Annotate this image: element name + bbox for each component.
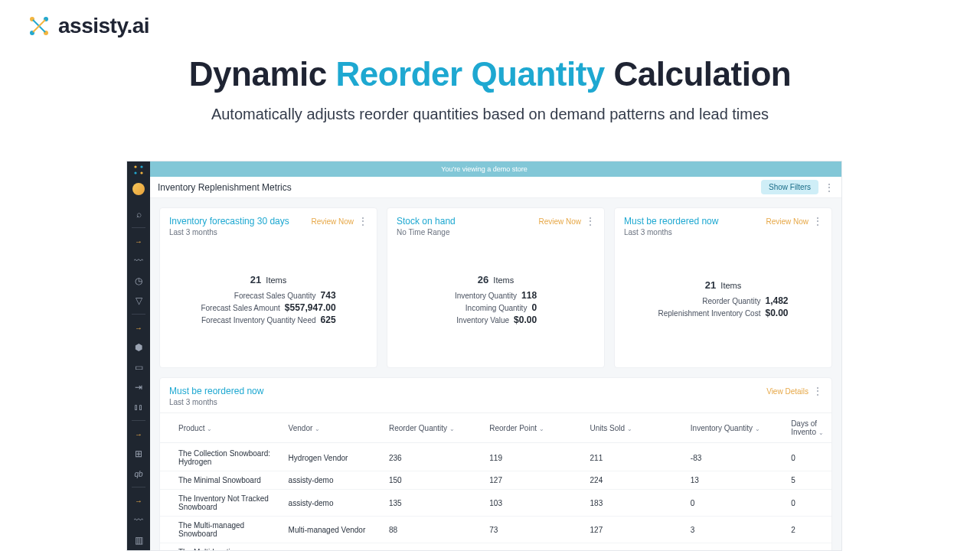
page-title: Inventory Replenishment Metrics (158, 182, 292, 193)
demo-banner: You're viewing a demo store (127, 161, 841, 177)
nav-arrow-icon[interactable]: → (127, 424, 150, 444)
app-screenshot: You're viewing a demo store ⌕ → 〰 ◷ ▽ → … (126, 161, 842, 551)
metric-value: $0.00 (514, 315, 537, 326)
clock-icon[interactable]: ◷ (127, 271, 150, 291)
more-icon[interactable]: ⋮ (813, 216, 822, 227)
metric-value: 743 (321, 291, 336, 302)
trend-icon[interactable]: 〰 (127, 510, 150, 530)
table-cell: 119 (482, 443, 582, 471)
brand-glyph-icon (28, 15, 51, 37)
metric-row: Inventory Quantity118 (455, 291, 537, 302)
grid-icon[interactable]: ⊞ (127, 444, 150, 464)
brand-logo: assisty.ai (28, 14, 149, 38)
table-cell: -83 (683, 443, 783, 471)
table-row[interactable]: The Inventory Not Tracked Snowboardassis… (160, 490, 831, 517)
qb-icon[interactable]: qb (127, 464, 150, 484)
show-filters-button[interactable]: Show Filters (761, 180, 818, 194)
sort-icon[interactable]: ⌄ (449, 425, 455, 432)
card-title: Stock on hand (397, 216, 456, 227)
metric-label: Replenishment Inventory Cost (658, 309, 761, 318)
review-now-link[interactable]: Review Now (311, 217, 354, 226)
table-cell: 13 (683, 471, 783, 490)
column-header[interactable]: Units Sold⌄ (583, 413, 683, 443)
table-cell: 2 (783, 517, 831, 543)
metric-label: Inventory Value (456, 317, 509, 325)
table-row[interactable]: The Collection Snowboard: HydrogenHydrog… (160, 443, 831, 471)
table-cell: 127 (583, 517, 683, 543)
table-cell: 7 (783, 543, 831, 552)
table-row[interactable]: The Multi-location Snowboardassisty-demo… (160, 543, 831, 552)
sidebar-logo-icon (127, 161, 150, 178)
store-icon[interactable]: ▭ (127, 357, 150, 377)
nav-arrow-icon[interactable]: → (127, 318, 150, 337)
svg-point-7 (140, 165, 142, 168)
column-header[interactable]: Reorder Quantity⌄ (381, 413, 482, 443)
table-row[interactable]: The Multi-managed SnowboardMulti-managed… (160, 517, 831, 543)
card-subtitle: Last 3 months (624, 228, 718, 236)
table-cell: The Inventory Not Tracked Snowboard (160, 490, 281, 517)
sort-icon[interactable]: ⌄ (627, 425, 632, 432)
table-cell: 150 (381, 471, 482, 490)
table-cell: assisty-demo (281, 543, 381, 552)
review-now-link[interactable]: Review Now (538, 217, 581, 226)
table-cell: 236 (381, 443, 482, 471)
metric-label: Reorder Quantity (702, 297, 760, 305)
search-icon[interactable]: ⌕ (127, 204, 150, 224)
column-header[interactable]: Days of Invento⌄ (783, 413, 831, 443)
filter-icon[interactable]: ▽ (127, 291, 150, 311)
metric-card: Must be reordered now Last 3 months Revi… (614, 207, 832, 368)
sort-icon[interactable]: ⌄ (539, 425, 544, 432)
report-icon[interactable]: ▥ (127, 530, 150, 550)
metric-value: 0 (531, 303, 537, 314)
card-subtitle: No Time Range (397, 228, 456, 236)
view-details-link[interactable]: View Details (766, 387, 808, 396)
sort-icon[interactable]: ⌄ (755, 425, 760, 432)
brand-name: assisty.ai (58, 14, 149, 38)
sort-icon[interactable]: ⌄ (207, 425, 212, 432)
table-cell: assisty-demo (281, 471, 381, 490)
avatar[interactable] (132, 183, 145, 195)
analytics-icon[interactable]: 〰 (127, 251, 150, 271)
sort-icon[interactable]: ⌄ (315, 425, 320, 432)
sort-icon[interactable]: ⌄ (818, 429, 824, 436)
table-cell: 183 (583, 490, 683, 517)
column-header[interactable]: Reorder Point⌄ (482, 413, 582, 443)
metric-value: 1,482 (765, 295, 788, 306)
table-card-subtitle: Last 3 months (169, 398, 263, 406)
column-header[interactable]: Product⌄ (160, 413, 281, 443)
table-cell: 0 (783, 490, 831, 517)
metric-row: Inventory Value$0.00 (455, 315, 537, 326)
column-header[interactable]: Vendor⌄ (281, 413, 381, 443)
nav-arrow-icon[interactable]: → (127, 231, 150, 251)
metric-value: $0.00 (765, 308, 788, 318)
table-cell: 3 (683, 517, 783, 543)
column-header[interactable]: Inventory Quantity⌄ (683, 413, 783, 443)
table-card-title: Must be reordered now (169, 386, 263, 396)
review-now-link[interactable]: Review Now (766, 217, 808, 226)
table-cell: The Collection Snowboard: Hydrogen (160, 443, 281, 471)
inventory-icon[interactable]: ⬢ (127, 337, 150, 357)
nav-arrow-icon[interactable]: → (127, 491, 150, 510)
table-cell: 0 (783, 443, 831, 471)
metric-row: Forecast Sales Amount$557,947.00 (201, 303, 335, 314)
table-cell: 0 (683, 490, 783, 517)
item-count: 21 Items (201, 275, 335, 286)
more-icon[interactable]: ⋮ (813, 386, 822, 396)
metric-value: 118 (521, 291, 537, 302)
table-cell: 103 (482, 490, 582, 517)
svg-point-6 (134, 165, 136, 168)
more-icon[interactable]: ⋮ (358, 216, 368, 227)
table-row[interactable]: The Minimal Snowboardassisty-demo1501272… (160, 471, 831, 490)
export-icon[interactable]: ⇥ (127, 377, 150, 397)
more-icon[interactable]: ⋮ (825, 182, 834, 193)
table-cell: 211 (583, 443, 683, 471)
table-cell: Hydrogen Vendor (281, 443, 381, 471)
table-cell: 71 (482, 543, 582, 552)
chart-bar-icon[interactable]: ⫾⫾ (127, 397, 150, 417)
metric-value: $557,947.00 (285, 303, 336, 314)
table-cell: Multi-managed Vendor (281, 517, 381, 543)
more-icon[interactable]: ⋮ (586, 216, 595, 227)
metric-value: 625 (321, 315, 336, 326)
metric-row: Replenishment Inventory Cost$0.00 (658, 308, 789, 318)
card-title: Must be reordered now (624, 216, 718, 227)
